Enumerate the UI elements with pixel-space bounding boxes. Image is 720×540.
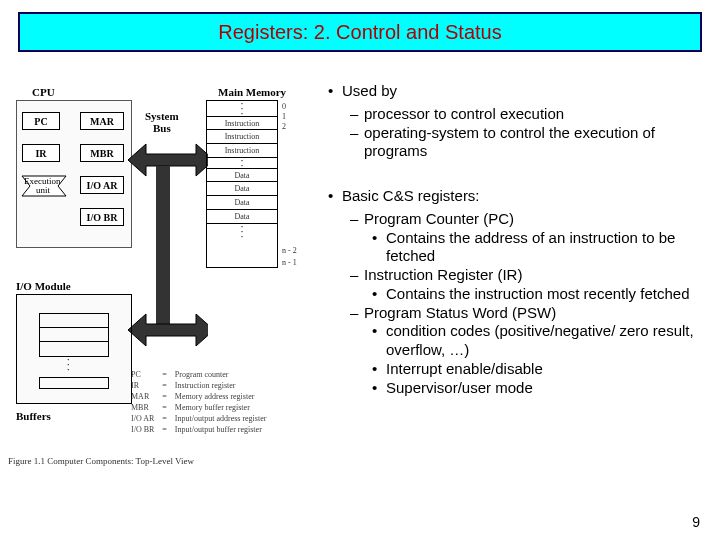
io-buf-row3 (40, 342, 108, 356)
text-psw-d1: condition codes (positive/negative/ zero… (386, 322, 694, 358)
lg-mbr-k: MBR (128, 403, 157, 412)
lg-ioar-k: I/O AR (128, 414, 157, 423)
svg-rect-1 (156, 166, 170, 326)
reg-mar: MAR (80, 112, 124, 130)
label-main-memory: Main Memory (218, 86, 286, 98)
mem-dots-top: ··· (207, 101, 277, 116)
lg-mbr-v: Memory buffer register (172, 403, 270, 412)
bullet-processor: processor to control execution (350, 105, 720, 124)
page-number: 9 (692, 514, 700, 530)
text-basic-cs: Basic C&S registers: (342, 187, 480, 204)
lg-ir-k: IR (128, 381, 157, 390)
figure-caption: Figure 1.1 Computer Components: Top-Leve… (8, 456, 194, 466)
text-ir: Instruction Register (IR) (364, 266, 522, 283)
mem-row-instr1: Instruction (207, 116, 277, 130)
text-pc: Program Counter (PC) (364, 210, 514, 227)
text-pc-detail: Contains the address of an instruction t… (386, 229, 675, 265)
title-bar: Registers: 2. Control and Status (18, 12, 702, 52)
system-bus-icon (128, 136, 208, 356)
label-system: System (145, 110, 179, 122)
mem-row-instr2: Instruction (207, 130, 277, 144)
text-psw: Program Status Word (PSW) (364, 304, 556, 321)
label-bus: Bus (153, 122, 171, 134)
bullet-psw-d2: Interrupt enable/disable (372, 360, 720, 379)
reg-ioar: I/O AR (80, 176, 124, 194)
io-buf-row1 (40, 314, 108, 328)
lg-pc-v: Program counter (172, 370, 270, 379)
label-io-module: I/O Module (16, 280, 71, 292)
reg-mbr: MBR (80, 144, 124, 162)
content-area: Used by processor to control execution o… (324, 78, 720, 397)
text-psw-d2: Interrupt enable/disable (386, 360, 543, 377)
bullet-pc: Program Counter (PC) (350, 210, 720, 229)
reg-ir: IR (22, 144, 60, 162)
label-exec2: unit (36, 185, 50, 195)
lg-ir-v: Instruction register (172, 381, 270, 390)
text-used-by: Used by (342, 82, 397, 99)
main-memory-box: ··· Instruction Instruction Instruction … (206, 100, 278, 268)
bullet-pc-detail: Contains the address of an instruction t… (372, 229, 720, 267)
mem-dots-bot: ··· (207, 224, 277, 239)
label-cpu: CPU (32, 86, 55, 98)
cpu-figure: CPU PC MAR IR MBR Execution unit I/O AR … (8, 88, 318, 528)
bullet-psw-d3: Supervisor/user mode (372, 379, 720, 398)
mem-idx-0: 0 (282, 102, 286, 111)
mem-idx-n2: n - 2 (282, 246, 297, 255)
text-ir-detail: Contains the instruction most recently f… (386, 285, 690, 302)
lg-mar-k: MAR (128, 392, 157, 401)
reg-pc: PC (22, 112, 60, 130)
text-os: operating-system to control the executio… (364, 124, 655, 160)
legend-table: PC=Program counter IR=Instruction regist… (126, 368, 271, 436)
mem-idx-2: 2 (282, 122, 286, 131)
lg-mar-v: Memory address register (172, 392, 270, 401)
lg-pc-k: PC (128, 370, 157, 379)
label-buffers: Buffers (16, 410, 51, 422)
slide-title: Registers: 2. Control and Status (218, 21, 501, 44)
io-buf-row2 (40, 328, 108, 342)
bullet-psw: Program Status Word (PSW) (350, 304, 720, 323)
lg-iobr-v: Input/output buffer register (172, 425, 270, 434)
bullet-ir: Instruction Register (IR) (350, 266, 720, 285)
mem-row-data3: Data (207, 196, 277, 210)
io-buf-row4 (39, 377, 109, 389)
io-module-box: ··· (16, 294, 132, 404)
bullet-ir-detail: Contains the instruction most recently f… (372, 285, 720, 304)
mem-row-data2: Data (207, 182, 277, 196)
lg-ioar-v: Input/output address register (172, 414, 270, 423)
text-processor: processor to control execution (364, 105, 564, 122)
mem-row-data1: Data (207, 168, 277, 182)
io-dots: ··· (67, 357, 70, 372)
mem-dots-mid: ·· (207, 158, 277, 168)
bullet-used-by: Used by (328, 82, 720, 101)
mem-idx-n1: n - 1 (282, 258, 297, 267)
text-psw-d3: Supervisor/user mode (386, 379, 533, 396)
lg-iobr-k: I/O BR (128, 425, 157, 434)
reg-iobr: I/O BR (80, 208, 124, 226)
bullet-psw-d1: condition codes (positive/negative/ zero… (372, 322, 720, 360)
bullet-os: operating-system to control the executio… (350, 124, 720, 162)
mem-idx-1: 1 (282, 112, 286, 121)
bullet-basic-cs: Basic C&S registers: (328, 187, 720, 206)
